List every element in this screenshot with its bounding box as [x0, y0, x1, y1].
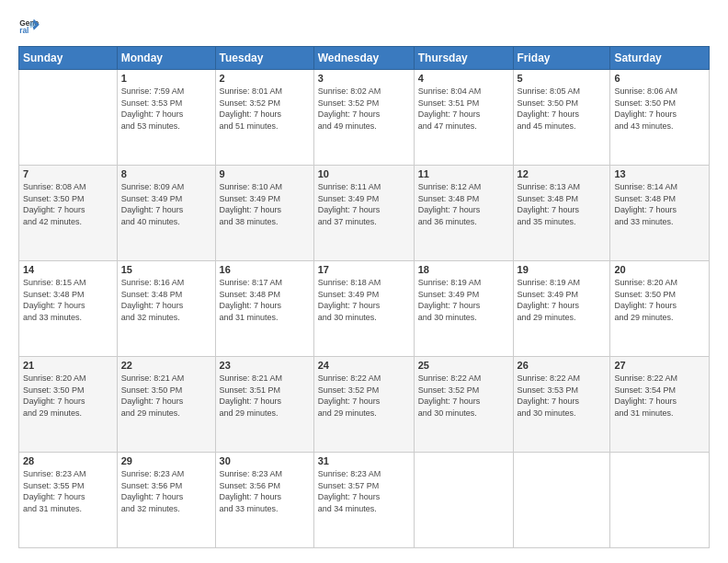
- calendar-cell: [414, 453, 513, 548]
- weekday-header-friday: Friday: [513, 47, 610, 70]
- day-info: Sunrise: 8:23 AM Sunset: 3:56 PM Dayligh…: [220, 468, 310, 514]
- day-number: 1: [121, 73, 211, 84]
- calendar-cell: 30Sunrise: 8:23 AM Sunset: 3:56 PM Dayli…: [215, 453, 313, 548]
- calendar-cell: 11Sunrise: 8:12 AM Sunset: 3:48 PM Dayli…: [414, 166, 513, 261]
- day-number: 17: [318, 264, 410, 275]
- weekday-header-tuesday: Tuesday: [215, 47, 313, 70]
- day-number: 5: [518, 73, 607, 84]
- day-number: 26: [518, 360, 607, 371]
- calendar-cell: 7Sunrise: 8:08 AM Sunset: 3:50 PM Daylig…: [19, 166, 118, 261]
- day-info: Sunrise: 8:22 AM Sunset: 3:52 PM Dayligh…: [318, 373, 410, 419]
- calendar-cell: 12Sunrise: 8:13 AM Sunset: 3:48 PM Dayli…: [513, 166, 610, 261]
- calendar-cell: 1Sunrise: 7:59 AM Sunset: 3:53 PM Daylig…: [117, 70, 215, 166]
- calendar-cell: 4Sunrise: 8:04 AM Sunset: 3:51 PM Daylig…: [414, 70, 513, 166]
- day-number: 21: [23, 360, 113, 371]
- day-number: 15: [121, 264, 211, 275]
- day-number: 29: [121, 455, 211, 466]
- day-number: 7: [23, 168, 113, 179]
- calendar-cell: 29Sunrise: 8:23 AM Sunset: 3:56 PM Dayli…: [117, 453, 215, 548]
- day-info: Sunrise: 8:20 AM Sunset: 3:50 PM Dayligh…: [23, 373, 113, 419]
- day-number: 22: [121, 360, 211, 371]
- day-info: Sunrise: 8:16 AM Sunset: 3:48 PM Dayligh…: [121, 277, 211, 323]
- weekday-header-row: SundayMondayTuesdayWednesdayThursdayFrid…: [19, 47, 710, 70]
- calendar-cell: 6Sunrise: 8:06 AM Sunset: 3:50 PM Daylig…: [610, 70, 710, 166]
- calendar-cell: 17Sunrise: 8:18 AM Sunset: 3:49 PM Dayli…: [313, 261, 414, 357]
- day-info: Sunrise: 8:09 AM Sunset: 3:49 PM Dayligh…: [121, 181, 211, 227]
- day-number: 20: [614, 264, 705, 275]
- day-info: Sunrise: 8:22 AM Sunset: 3:53 PM Dayligh…: [518, 373, 607, 419]
- weekday-header-thursday: Thursday: [414, 47, 513, 70]
- day-number: 25: [418, 360, 509, 371]
- calendar-cell: 26Sunrise: 8:22 AM Sunset: 3:53 PM Dayli…: [513, 357, 610, 453]
- calendar-cell: 14Sunrise: 8:15 AM Sunset: 3:48 PM Dayli…: [19, 261, 118, 357]
- day-info: Sunrise: 7:59 AM Sunset: 3:53 PM Dayligh…: [121, 86, 211, 132]
- day-info: Sunrise: 8:01 AM Sunset: 3:52 PM Dayligh…: [220, 86, 310, 132]
- day-info: Sunrise: 8:23 AM Sunset: 3:56 PM Dayligh…: [121, 468, 211, 514]
- day-number: 14: [23, 264, 113, 275]
- day-info: Sunrise: 8:04 AM Sunset: 3:51 PM Dayligh…: [418, 86, 509, 132]
- page-header: Gene ral: [18, 15, 710, 37]
- calendar-week-row: 28Sunrise: 8:23 AM Sunset: 3:55 PM Dayli…: [19, 453, 710, 548]
- day-number: 13: [614, 168, 705, 179]
- calendar-cell: 10Sunrise: 8:11 AM Sunset: 3:49 PM Dayli…: [313, 166, 414, 261]
- calendar-cell: 2Sunrise: 8:01 AM Sunset: 3:52 PM Daylig…: [215, 70, 313, 166]
- calendar-cell: 15Sunrise: 8:16 AM Sunset: 3:48 PM Dayli…: [117, 261, 215, 357]
- day-number: 28: [23, 455, 113, 466]
- calendar-cell: 28Sunrise: 8:23 AM Sunset: 3:55 PM Dayli…: [19, 453, 118, 548]
- day-number: 9: [220, 168, 310, 179]
- day-number: 6: [614, 73, 705, 84]
- day-info: Sunrise: 8:05 AM Sunset: 3:50 PM Dayligh…: [518, 86, 607, 132]
- calendar-week-row: 21Sunrise: 8:20 AM Sunset: 3:50 PM Dayli…: [19, 357, 710, 453]
- calendar-cell: 23Sunrise: 8:21 AM Sunset: 3:51 PM Dayli…: [215, 357, 313, 453]
- logo: Gene ral: [18, 15, 44, 37]
- calendar-cell: 20Sunrise: 8:20 AM Sunset: 3:50 PM Dayli…: [610, 261, 710, 357]
- calendar-week-row: 1Sunrise: 7:59 AM Sunset: 3:53 PM Daylig…: [19, 70, 710, 166]
- day-number: 2: [220, 73, 310, 84]
- day-info: Sunrise: 8:11 AM Sunset: 3:49 PM Dayligh…: [318, 181, 410, 227]
- calendar-cell: 27Sunrise: 8:22 AM Sunset: 3:54 PM Dayli…: [610, 357, 710, 453]
- day-info: Sunrise: 8:19 AM Sunset: 3:49 PM Dayligh…: [418, 277, 509, 323]
- calendar-cell: 3Sunrise: 8:02 AM Sunset: 3:52 PM Daylig…: [313, 70, 414, 166]
- day-info: Sunrise: 8:22 AM Sunset: 3:54 PM Dayligh…: [614, 373, 705, 419]
- day-info: Sunrise: 8:08 AM Sunset: 3:50 PM Dayligh…: [23, 181, 113, 227]
- day-number: 12: [518, 168, 607, 179]
- logo-icon: Gene ral: [18, 15, 40, 37]
- day-info: Sunrise: 8:13 AM Sunset: 3:48 PM Dayligh…: [518, 181, 607, 227]
- calendar-cell: 22Sunrise: 8:21 AM Sunset: 3:50 PM Dayli…: [117, 357, 215, 453]
- svg-text:ral: ral: [19, 26, 28, 35]
- calendar-week-row: 14Sunrise: 8:15 AM Sunset: 3:48 PM Dayli…: [19, 261, 710, 357]
- calendar-week-row: 7Sunrise: 8:08 AM Sunset: 3:50 PM Daylig…: [19, 166, 710, 261]
- calendar-cell: 21Sunrise: 8:20 AM Sunset: 3:50 PM Dayli…: [19, 357, 118, 453]
- calendar-cell: 24Sunrise: 8:22 AM Sunset: 3:52 PM Dayli…: [313, 357, 414, 453]
- day-info: Sunrise: 8:17 AM Sunset: 3:48 PM Dayligh…: [220, 277, 310, 323]
- day-number: 30: [220, 455, 310, 466]
- day-number: 11: [418, 168, 509, 179]
- weekday-header-saturday: Saturday: [610, 47, 710, 70]
- day-info: Sunrise: 8:23 AM Sunset: 3:55 PM Dayligh…: [23, 468, 113, 514]
- day-number: 8: [121, 168, 211, 179]
- day-info: Sunrise: 8:15 AM Sunset: 3:48 PM Dayligh…: [23, 277, 113, 323]
- day-info: Sunrise: 8:10 AM Sunset: 3:49 PM Dayligh…: [220, 181, 310, 227]
- day-number: 23: [220, 360, 310, 371]
- day-number: 4: [418, 73, 509, 84]
- day-info: Sunrise: 8:21 AM Sunset: 3:50 PM Dayligh…: [121, 373, 211, 419]
- calendar-cell: 25Sunrise: 8:22 AM Sunset: 3:52 PM Dayli…: [414, 357, 513, 453]
- day-info: Sunrise: 8:06 AM Sunset: 3:50 PM Dayligh…: [614, 86, 705, 132]
- day-number: 10: [318, 168, 410, 179]
- weekday-header-monday: Monday: [117, 47, 215, 70]
- day-info: Sunrise: 8:19 AM Sunset: 3:49 PM Dayligh…: [518, 277, 607, 323]
- weekday-header-wednesday: Wednesday: [313, 47, 414, 70]
- day-number: 3: [318, 73, 410, 84]
- day-number: 31: [318, 455, 410, 466]
- day-number: 16: [220, 264, 310, 275]
- calendar-cell: 18Sunrise: 8:19 AM Sunset: 3:49 PM Dayli…: [414, 261, 513, 357]
- calendar-cell: [19, 70, 118, 166]
- calendar-cell: 9Sunrise: 8:10 AM Sunset: 3:49 PM Daylig…: [215, 166, 313, 261]
- day-info: Sunrise: 8:12 AM Sunset: 3:48 PM Dayligh…: [418, 181, 509, 227]
- weekday-header-sunday: Sunday: [19, 47, 118, 70]
- day-number: 18: [418, 264, 509, 275]
- calendar-cell: 8Sunrise: 8:09 AM Sunset: 3:49 PM Daylig…: [117, 166, 215, 261]
- calendar-cell: [610, 453, 710, 548]
- day-info: Sunrise: 8:02 AM Sunset: 3:52 PM Dayligh…: [318, 86, 410, 132]
- day-number: 24: [318, 360, 410, 371]
